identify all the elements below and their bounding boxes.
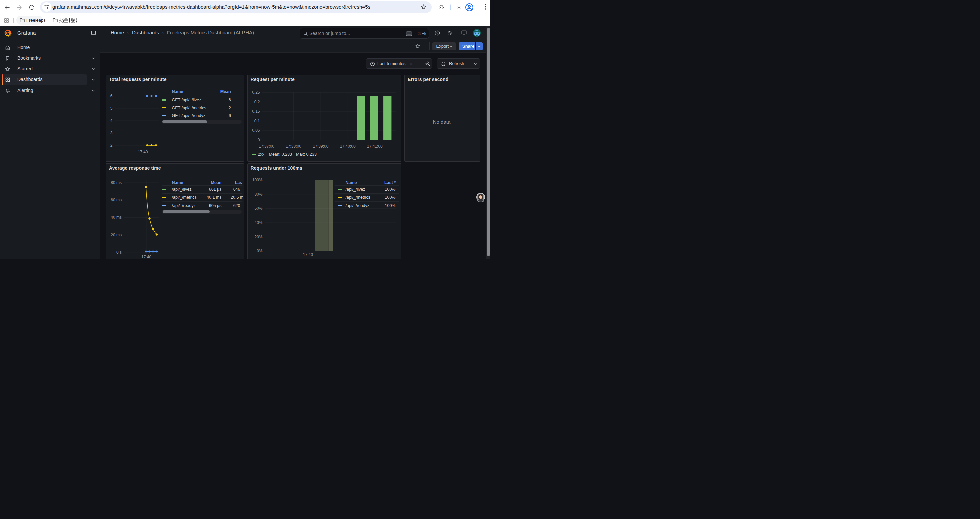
svg-text:2: 2 [110, 143, 113, 148]
svg-text:Max: 0.233: Max: 0.233 [296, 152, 317, 156]
svg-text:0.25: 0.25 [252, 90, 260, 94]
svg-text:80 ms: 80 ms [111, 180, 122, 185]
svg-text:6: 6 [110, 94, 113, 98]
svg-text:60%: 60% [254, 206, 262, 211]
svg-text:20%: 20% [254, 235, 262, 239]
svg-text:Mean: 0.233: Mean: 0.233 [269, 152, 292, 156]
svg-text:17:40:00: 17:40:00 [340, 144, 355, 149]
svg-text:2xx: 2xx [258, 152, 264, 156]
svg-text:0.05: 0.05 [252, 128, 260, 133]
svg-text:17:40: 17:40 [138, 150, 148, 154]
svg-text:0 s: 0 s [116, 250, 122, 254]
svg-text:0.1: 0.1 [254, 118, 259, 123]
svg-text:40 ms: 40 ms [111, 215, 122, 220]
svg-text:5: 5 [110, 106, 113, 110]
svg-text:20 ms: 20 ms [111, 232, 122, 237]
svg-text:3: 3 [110, 131, 113, 135]
svg-text:17:38:00: 17:38:00 [286, 144, 301, 149]
svg-text:0.2: 0.2 [254, 99, 259, 104]
svg-text:100%: 100% [252, 178, 262, 182]
svg-text:0: 0 [257, 137, 259, 142]
svg-text:60 ms: 60 ms [111, 198, 122, 203]
svg-text:17:40: 17:40 [302, 252, 313, 257]
svg-text:80%: 80% [254, 192, 262, 196]
svg-text:17:37:00: 17:37:00 [259, 144, 274, 149]
svg-text:0%: 0% [256, 249, 262, 254]
svg-text:4: 4 [110, 118, 113, 123]
svg-text:17:39:00: 17:39:00 [313, 144, 328, 149]
svg-text:40%: 40% [254, 220, 262, 225]
svg-text:0.15: 0.15 [252, 109, 260, 113]
svg-text:17:41:00: 17:41:00 [367, 144, 383, 149]
